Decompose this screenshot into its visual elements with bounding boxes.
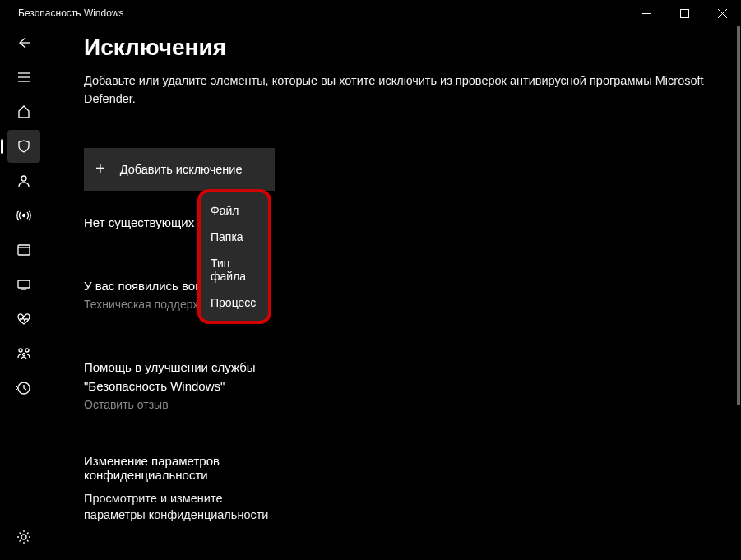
privacy-title-1: Изменение параметров [84,454,741,468]
privacy-title-2: конфиденциальности [84,468,741,482]
nav-account[interactable] [7,164,40,197]
history-icon [16,381,31,396]
maximize-icon [680,9,689,18]
nav-family[interactable] [7,337,40,370]
plus-icon: + [95,160,105,178]
add-exclusion-button[interactable]: + Добавить исключение [84,148,275,191]
page-title: Исключения [84,35,741,61]
svg-point-9 [23,215,25,217]
add-exclusion-label: Добавить исключение [120,163,243,176]
privacy-desc-1: Просмотрите и измените [84,490,741,507]
svg-point-8 [21,176,26,181]
minimize-button[interactable] [628,0,665,26]
nav-firewall[interactable] [7,199,40,232]
window-title: Безопасность Windows [18,7,124,19]
nav-home[interactable] [7,95,40,128]
dropdown-item-filetype[interactable]: Тип файла [201,250,268,289]
family-icon [16,346,31,361]
svg-rect-1 [680,9,688,17]
nav-rail [0,26,48,560]
device-icon [16,277,31,292]
titlebar: Безопасность Windows [0,0,741,26]
nav-performance[interactable] [7,303,40,336]
svg-rect-12 [18,280,30,288]
person-icon [16,174,31,188]
svg-point-16 [23,354,25,356]
antenna-icon [16,208,31,223]
improve-section: Помощь в улучшении службы "Безопасность … [84,360,741,411]
dropdown-item-file[interactable]: Файл [201,197,268,224]
arrow-left-icon [16,35,31,50]
svg-point-15 [25,349,29,352]
exclusions-status: Нет существующих исключений. [84,215,741,229]
support-link[interactable]: Техническая поддержка [84,298,741,311]
improve-title-2: "Безопасность Windows" [84,379,741,393]
improve-title-1: Помощь в улучшении службы [84,360,741,374]
nav-device[interactable] [7,268,40,301]
app-icon [16,243,31,257]
dropdown-item-process[interactable]: Процесс [201,289,268,316]
feedback-link[interactable]: Оставить отзыв [84,398,741,411]
maximize-button[interactable] [665,0,703,26]
nav-virus-protection[interactable] [7,130,40,163]
home-icon [16,104,31,119]
nav-history[interactable] [7,372,40,405]
close-button[interactable] [703,0,741,26]
privacy-desc-2: параметры конфиденциальности [84,507,741,523]
heart-pulse-icon [16,312,31,326]
dropdown-item-folder[interactable]: Папка [201,224,268,250]
exclusion-type-dropdown: Файл Папка Тип файла Процесс [197,189,271,324]
minimize-icon [642,9,651,18]
nav-app-browser[interactable] [7,234,40,266]
content-area: Исключения Добавьте или удалите элементы… [48,26,741,560]
svg-point-14 [19,349,22,352]
scrollbar[interactable] [737,26,740,405]
svg-rect-10 [18,245,30,255]
menu-button[interactable] [7,61,40,94]
page-description: Добавьте или удалите элементы, которые в… [84,72,734,109]
hamburger-icon [16,70,31,85]
privacy-section: Изменение параметров конфиденциальности … [84,454,741,524]
shield-icon [16,139,31,154]
svg-point-18 [21,535,26,539]
back-button[interactable] [7,26,40,59]
gear-icon [16,530,31,544]
questions-title: У вас появились вопросы? [84,279,741,293]
questions-section: У вас появились вопросы? Техническая под… [84,279,741,311]
nav-settings[interactable] [7,521,40,553]
close-icon [718,9,727,18]
